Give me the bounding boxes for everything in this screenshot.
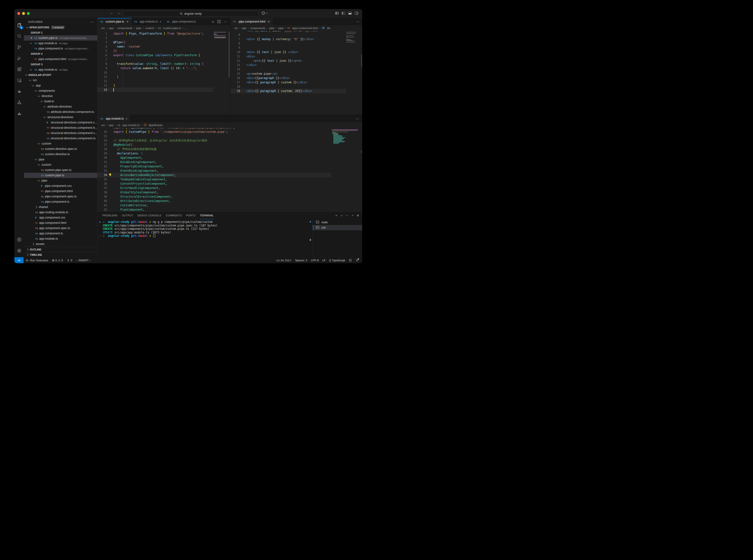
code-editor-app-module[interactable]: import { PipeComponent } from './compone… <box>98 128 331 212</box>
code-line[interactable]: 14 <box>98 88 213 92</box>
language-mode[interactable]: {} TypeScript <box>329 259 345 262</box>
tree-file-app.component.ts[interactable]: TSapp.component.ts <box>24 231 97 236</box>
tree-folder-src[interactable]: src <box>24 78 97 83</box>
open-editor-item[interactable]: ✕TScustom.pipe.tssrc/app/components/pi..… <box>24 35 97 41</box>
indentation[interactable]: Spaces: 2 <box>295 259 307 262</box>
split-editor-icon[interactable] <box>217 20 221 23</box>
tree-file-pipe.component.spec.ts[interactable]: TSpipe.component.spec.ts <box>24 194 97 199</box>
code-line[interactable]: 29 declarations: [ <box>98 151 331 156</box>
close-window-button[interactable] <box>17 12 20 15</box>
vim-mode-indicator[interactable]: -- INSERT -- <box>76 259 91 262</box>
breadcrumb-item[interactable]: custom <box>145 27 154 29</box>
tree-folder-attribute-directives[interactable]: attribute-directives <box>24 104 97 109</box>
explorer-more-actions-icon[interactable]: ⋯ <box>90 20 94 24</box>
maximize-panel-icon[interactable] <box>352 215 354 217</box>
workspace-root-header[interactable]: ANGULAR-STUDY <box>24 72 97 78</box>
activity-remote-explorer[interactable] <box>15 75 24 86</box>
tree-file-pipe.component.ts[interactable]: TSpipe.component.ts <box>24 199 97 204</box>
panel-tab-ports[interactable]: PORTS <box>186 212 196 219</box>
code-line[interactable]: 41 CustomDirective, <box>98 203 331 207</box>
code-line[interactable]: 9 <box>230 46 346 50</box>
activity-kubernetes[interactable] <box>15 97 24 108</box>
tree-file-structural-directives.component.ts[interactable]: TSstructural-directives.component.ts <box>24 136 97 141</box>
open-editor-item[interactable]: <>pipe.component.htmlsrc/app/compon... <box>24 56 97 62</box>
activity-docker[interactable] <box>15 86 24 97</box>
breadcrumb-item[interactable]: app <box>242 27 246 29</box>
breadcrumb-item[interactable]: pipe <box>269 27 274 29</box>
code-editor-pipe-component-html[interactable]: <div>{{ date | date: 'yyyy-MM-dd' }}</di… <box>230 31 346 115</box>
code-line[interactable]: 3@Pipe({ <box>98 40 213 44</box>
copilot-status[interactable] <box>349 259 352 262</box>
lightbulb-icon[interactable]: 💡 <box>108 173 112 177</box>
code-line[interactable]: 8 <box>230 41 346 46</box>
breadcrumb-item[interactable]: src <box>101 27 105 29</box>
terminal-instance-node[interactable]: node <box>313 220 362 225</box>
code-line[interactable]: 17<div>{{ paragraph | custom }}</div> <box>230 80 346 84</box>
tree-file-app.component.css[interactable]: #app.component.css <box>24 215 97 220</box>
code-line[interactable]: 30 AppComponent, <box>98 156 331 160</box>
tree-folder-pipe[interactable]: pipe <box>24 178 97 183</box>
code-line[interactable]: 5}) <box>98 49 213 53</box>
tree-folder-custom[interactable]: custom <box>24 141 97 146</box>
open-editors-header[interactable]: OPEN EDITORS 1 unsaved <box>24 25 97 30</box>
code-line[interactable]: 16<div>{{paragraph }}</div> <box>230 76 346 80</box>
activity-accounts[interactable] <box>15 234 24 245</box>
tree-folder-shared[interactable]: shared <box>24 204 97 209</box>
code-line[interactable]: 13</div> <box>230 63 346 67</box>
tree-file-app.component.spec.ts[interactable]: TSapp.component.spec.ts <box>24 225 97 231</box>
tree-folder-assets[interactable]: assets <box>24 241 97 247</box>
tab-app.module.ts[interactable]: TSapp.module.ts● <box>131 18 164 25</box>
more-actions-icon[interactable]: ⋯ <box>356 20 360 23</box>
activity-extensions[interactable] <box>15 64 24 75</box>
breadcrumb-item[interactable]: app <box>109 124 113 126</box>
tab-pipe.component.html[interactable]: <>pipe.component.html✕ <box>230 18 273 25</box>
activity-explorer[interactable]: 1 <box>15 19 24 31</box>
tree-file-pipe.component.css[interactable]: #pipe.component.css <box>24 183 97 188</box>
code-line[interactable]: 37 ErrorHandlingComponent, <box>98 186 331 190</box>
breadcrumb-item[interactable]: src <box>235 27 238 29</box>
new-terminal-icon[interactable]: ＋ <box>335 213 338 218</box>
activity-run-and-debug[interactable] <box>15 53 24 64</box>
code-line[interactable]: 33 EventBindingComponent, <box>98 168 331 173</box>
notifications-bell[interactable] <box>355 259 359 262</box>
toggle-secondary-sidebar-icon[interactable] <box>355 12 358 15</box>
breadcrumb-item[interactable]: pipe <box>136 27 141 29</box>
toggle-panel-icon[interactable] <box>348 12 352 15</box>
code-line[interactable]: 28 // 声明当前模块拥有哪些组建 <box>98 147 331 151</box>
outline-section[interactable]: OUTLINE <box>24 247 97 252</box>
minimize-window-button[interactable] <box>22 12 25 15</box>
close-icon[interactable]: ✕ <box>126 20 128 23</box>
code-line[interactable]: 42 PipeComponent, <box>98 207 331 212</box>
breadcrumb-item[interactable]: pipe <box>278 27 284 29</box>
forward-icon[interactable]: → <box>117 11 121 15</box>
code-line[interactable]: 31 DataBindingComponent, <box>98 160 331 164</box>
scrollbar-thumb[interactable] <box>229 32 230 77</box>
tab-pipe.component.ts[interactable]: TSpipe.component.ts <box>164 18 199 25</box>
breadcrumb-item[interactable]: TScustom.pipe.ts <box>158 27 181 29</box>
run-testcases-button[interactable]: ▷▷ Run Testcases <box>26 259 48 262</box>
code-line[interactable]: 15<p>custom pipe</p> <box>230 72 346 76</box>
code-line[interactable]: 27@NgModule({ <box>98 143 331 147</box>
code-line[interactable]: 7 <box>98 57 213 62</box>
code-line[interactable]: 1import { Pipe, PipeTransform } from '@a… <box>98 32 213 36</box>
tree-file-structural-directives.component.s...[interactable]: TSstructural-directives.component.s... <box>24 131 97 136</box>
code-line[interactable]: 14 <box>230 67 346 72</box>
tree-folder-directive[interactable]: directive <box>24 94 97 99</box>
breadcrumb-item[interactable]: ... <box>185 27 187 29</box>
problems-status[interactable]: ⊗ 0 ⚠ 0 <box>52 259 63 262</box>
breadcrumb-item[interactable]: app <box>109 27 113 29</box>
tree-file-custom.directive.ts[interactable]: TScustom.directive.ts <box>24 152 97 157</box>
eol[interactable]: LF <box>323 259 326 262</box>
open-editor-item[interactable]: ●TSapp.module.tssrc/app <box>24 67 97 72</box>
tree-file-custom.pipe.ts[interactable]: TScustom.pipe.ts <box>24 173 97 178</box>
remote-indicator[interactable]: >< <box>15 257 23 263</box>
code-editor-custom-pipe[interactable]: 1import { Pipe, PipeTransform } from '@a… <box>98 31 213 115</box>
tree-file-custom.pipe.spec.ts[interactable]: TScustom.pipe.spec.ts <box>24 167 97 173</box>
run-file-icon[interactable]: ▷ <box>212 20 215 23</box>
code-line[interactable]: 24import { CustomPipe } from './componen… <box>98 130 331 134</box>
tree-file-attribute-directives.component.ts[interactable]: TSattribute-directives.component.ts <box>24 109 97 115</box>
command-center-search[interactable]: angular-study <box>123 11 259 17</box>
code-line[interactable]: 35 TwoWayDataBindingComponent, <box>98 177 331 182</box>
terminal-output[interactable]: ●→ angular-study git:(main) ✗ ng g p com… <box>98 220 314 257</box>
panel-more-actions-icon[interactable]: ⋯ <box>346 214 349 217</box>
